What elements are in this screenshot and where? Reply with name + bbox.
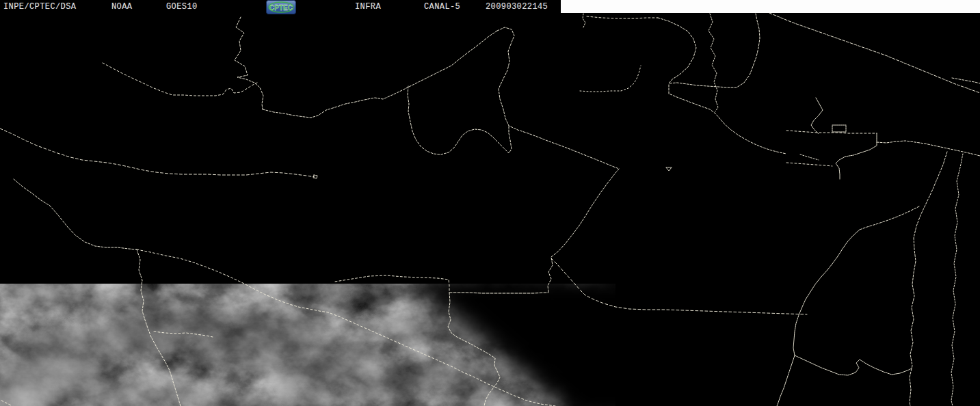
logo-text: CPTEC bbox=[269, 4, 293, 12]
band-label: INFRA bbox=[355, 2, 381, 12]
missing-data-region bbox=[561, 0, 980, 13]
org-label: NOAA bbox=[111, 2, 132, 12]
cloud-patch bbox=[629, 358, 657, 366]
satellite-map bbox=[0, 0, 980, 406]
cloud-field bbox=[0, 283, 657, 406]
cloud-patch bbox=[287, 283, 397, 305]
cptec-logo: CPTEC bbox=[266, 0, 296, 14]
cloud-patch bbox=[574, 377, 615, 388]
satellite-image-viewport: INPE/CPTEC/DSA NOAA GOES10 INFRA CANAL-5… bbox=[0, 0, 980, 406]
agency-label: INPE/CPTEC/DSA bbox=[3, 2, 76, 12]
timestamp-label: 200903022145 bbox=[486, 2, 548, 12]
channel-label: CANAL-5 bbox=[424, 2, 460, 12]
satellite-label: GOES10 bbox=[166, 2, 198, 12]
cptec-logo-graphic: CPTEC bbox=[266, 0, 296, 14]
